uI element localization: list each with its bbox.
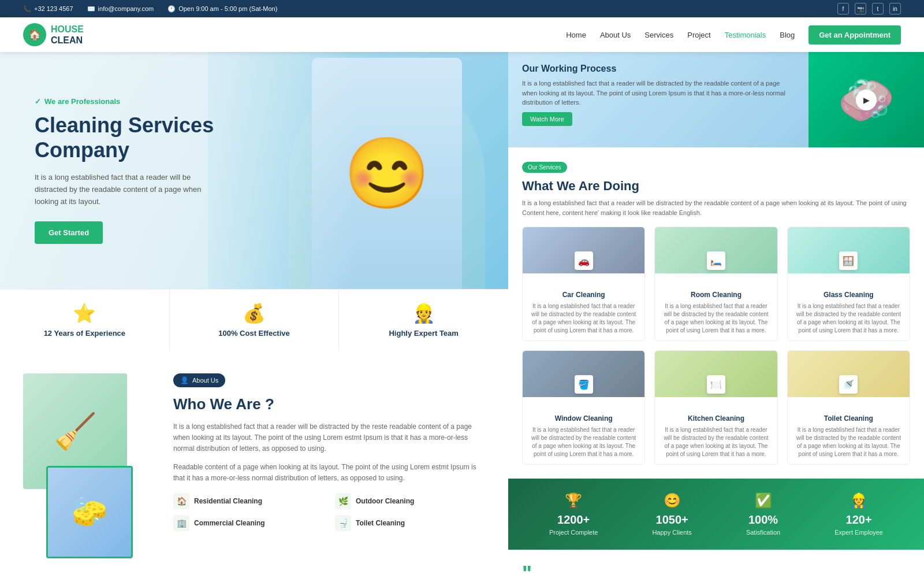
clients-label: Happy Clients <box>652 529 691 536</box>
satisfaction-label: Satisfication <box>746 529 780 536</box>
stat-satisfaction: ✅ 100% Satisfication <box>746 492 780 536</box>
about-services-list: 🏠 Residential Cleaning 🌿 Outdoor Cleanin… <box>173 493 485 531</box>
outdoor-icon: 🌿 <box>335 493 351 509</box>
toilet-icon: 🚽 <box>335 515 351 531</box>
services-section: Our Services What We Are Doing It is a l… <box>508 147 924 479</box>
about-desc-2: Readable content of a page when looking … <box>173 462 485 484</box>
about-section: 🧹 🧽 About Us Who We Are ? It is a long e… <box>0 350 508 578</box>
topbar-email: ✉️ info@company.com <box>87 5 154 13</box>
right-section: Our Working Process It is a long establi… <box>508 52 924 578</box>
linkedin-link[interactable]: in <box>889 3 901 14</box>
hero-tag: We are Professionals <box>35 97 219 106</box>
toilet-label: Toilet Cleaning <box>356 519 405 527</box>
about-service-outdoor: 🌿 Outdoor Cleaning <box>335 493 485 509</box>
logo-icon: 🏠 <box>23 23 46 46</box>
working-process-description: It is a long established fact that a rea… <box>522 79 795 108</box>
satisfaction-icon: ✅ <box>746 492 780 509</box>
stat-expert-employee: 👷 120+ Expert Employee <box>834 492 883 536</box>
left-section: 😊 We are Professionals Cleaning Services… <box>0 52 508 578</box>
experience-label: 12 Years of Experience <box>44 329 125 338</box>
stat-project-complete: 🏆 1200+ Project Complete <box>549 492 598 536</box>
working-process-content: Our Working Process It is a long establi… <box>508 52 808 147</box>
nav-home[interactable]: Home <box>566 31 586 39</box>
stats-bar: ⭐ 12 Years of Experience 💰 100% Cost Eff… <box>0 289 508 350</box>
commercial-icon: 🏢 <box>173 515 189 531</box>
working-process-image: 🧼 ▶ <box>808 52 924 147</box>
car-cleaning-name: Car Cleaning <box>528 291 639 299</box>
toilet-cleaning-image: 🚿 <box>788 351 910 397</box>
services-tag: Our Services <box>522 162 567 173</box>
about-images: 🧹 🧽 <box>23 373 150 558</box>
instagram-link[interactable]: 📷 <box>855 3 866 14</box>
residential-icon: 🏠 <box>173 493 189 509</box>
appointment-button[interactable]: Get an Appointment <box>808 25 901 45</box>
car-cleaning-image: 🚗 <box>523 227 644 273</box>
about-service-commercial: 🏢 Commercial Cleaning <box>173 515 323 531</box>
hero-title: Cleaning Services Company <box>35 113 219 162</box>
about-service-residential: 🏠 Residential Cleaning <box>173 493 323 509</box>
glass-cleaning-info: Glass Cleaning It is a long established … <box>788 273 910 340</box>
room-icon: 🛏️ <box>707 251 725 270</box>
car-cleaning-info: Car Cleaning It is a long established fa… <box>523 273 644 340</box>
cost-icon: 💰 <box>243 302 266 324</box>
kitchen-cleaning-desc: It is a long established fact that a rea… <box>661 426 771 458</box>
working-process-section: Our Working Process It is a long establi… <box>508 52 924 147</box>
stat-experience: ⭐ 12 Years of Experience <box>0 290 170 350</box>
team-icon: 👷 <box>412 302 435 324</box>
service-glass-cleaning: 🪟 Glass Cleaning It is a long establishe… <box>787 227 910 341</box>
about-content: About Us Who We Are ? It is a long estab… <box>173 373 485 558</box>
employee-label: Expert Employee <box>834 529 883 536</box>
hero-description: It is a long established fact that a rea… <box>35 172 219 208</box>
nav-links: Home About Us Services Project Testimoni… <box>566 25 901 45</box>
employee-icon: 👷 <box>834 492 883 509</box>
toilet-cleaning-desc: It is a long established fact that a rea… <box>793 426 904 458</box>
service-window-cleaning: 🪣 Window Cleaning It is a long establish… <box>522 350 645 465</box>
clients-icon: 😊 <box>652 492 691 509</box>
stat-happy-clients: 😊 1050+ Happy Clients <box>652 492 691 536</box>
service-toilet-cleaning: 🚿 Toilet Cleaning It is a long establish… <box>787 350 910 465</box>
quote-icon: " <box>522 564 910 578</box>
kitchen-cleaning-info: Kitchen Cleaning It is a long establishe… <box>655 397 777 464</box>
project-label: Project Complete <box>549 529 598 536</box>
about-desc-1: It is a long established fact that a rea… <box>173 421 485 455</box>
cost-label: 100% Cost Effective <box>218 329 290 338</box>
facebook-link[interactable]: f <box>837 3 849 14</box>
room-cleaning-info: Room Cleaning It is a long established f… <box>655 273 777 340</box>
hero-section: 😊 We are Professionals Cleaning Services… <box>0 52 508 289</box>
window-cleaning-image: 🪣 <box>523 351 644 397</box>
glass-cleaning-desc: It is a long established fact that a rea… <box>793 302 904 335</box>
services-grid: 🚗 Car Cleaning It is a long established … <box>522 227 910 465</box>
team-label: Highly Expert Team <box>389 329 458 338</box>
nav-project[interactable]: Project <box>687 31 710 39</box>
nav-services[interactable]: Services <box>644 31 673 39</box>
kitchen-cleaning-image: 🍽️ <box>655 351 777 397</box>
topbar: 📞 +32 123 4567 ✉️ info@company.com 🕐 Ope… <box>0 0 924 17</box>
car-icon: 🚗 <box>575 251 593 270</box>
nav-about[interactable]: About Us <box>600 31 631 39</box>
stat-expert-team: 👷 Highly Expert Team <box>339 290 508 350</box>
residential-label: Residential Cleaning <box>194 497 262 505</box>
twitter-link[interactable]: t <box>872 3 884 14</box>
working-process-bg: Our Working Process It is a long establi… <box>508 52 924 147</box>
hero-get-started-button[interactable]: Get Started <box>35 221 103 244</box>
glass-cleaning-name: Glass Cleaning <box>793 291 904 299</box>
stat-cost-effective: 💰 100% Cost Effective <box>170 290 340 350</box>
kitchen-cleaning-name: Kitchen Cleaning <box>661 414 771 423</box>
satisfaction-num: 100% <box>746 513 780 527</box>
services-title: What We Are Doing <box>522 179 910 194</box>
window-icon: 🪣 <box>575 375 593 394</box>
window-cleaning-desc: It is a long established fact that a rea… <box>528 426 639 458</box>
experience-icon: ⭐ <box>73 302 96 324</box>
project-num: 1200+ <box>549 513 598 527</box>
play-button[interactable]: ▶ <box>856 90 877 110</box>
employee-num: 120+ <box>834 513 883 527</box>
project-icon: 🏆 <box>549 492 598 509</box>
watch-more-button[interactable]: Watch More <box>522 112 572 126</box>
nav-testimonials[interactable]: Testimonials <box>725 31 766 39</box>
topbar-phone: 📞 +32 123 4567 <box>23 5 73 13</box>
navbar: 🏠 HOUSECLEAN Home About Us Services Proj… <box>0 17 924 52</box>
glass-icon: 🪟 <box>839 251 858 270</box>
commercial-label: Commercial Cleaning <box>194 519 265 527</box>
nav-blog[interactable]: Blog <box>780 31 795 39</box>
hero-content: We are Professionals Cleaning Services C… <box>0 74 254 268</box>
